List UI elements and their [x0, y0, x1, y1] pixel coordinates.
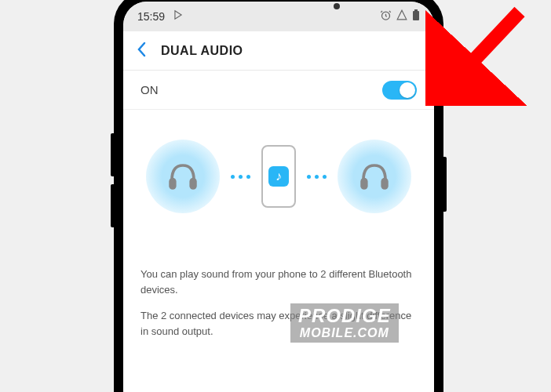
- volume-up-button: [111, 133, 114, 176]
- description-line-1: You can play sound from your phone to 2 …: [140, 267, 417, 297]
- page-title: DUAL AUDIO: [161, 44, 243, 58]
- svg-rect-6: [381, 178, 388, 190]
- toggle-label: ON: [140, 83, 159, 96]
- svg-rect-1: [413, 11, 419, 20]
- dual-audio-toggle-row: ON: [123, 71, 434, 110]
- volume-down-button: [111, 184, 114, 227]
- back-button[interactable]: [137, 42, 147, 60]
- watermark: PRODIGE MOBILE.COM: [290, 303, 399, 343]
- watermark-line-1: PRODIGE: [298, 306, 391, 326]
- toggle-knob: [400, 82, 415, 98]
- alarm-icon: [380, 9, 392, 24]
- watermark-line-2: MOBILE.COM: [298, 326, 391, 340]
- dual-audio-toggle[interactable]: [382, 81, 417, 100]
- illustration: ♪: [123, 110, 434, 243]
- status-bar: 15:59: [123, 2, 434, 31]
- phone-sensor: [334, 3, 340, 9]
- phone-illustration-icon: ♪: [261, 145, 296, 208]
- headphone-left-icon: [146, 140, 220, 213]
- play-store-icon: [173, 9, 184, 24]
- headphone-right-icon: [338, 140, 411, 213]
- connection-dots-right: [307, 175, 327, 179]
- power-button: [443, 157, 447, 212]
- page-header: DUAL AUDIO: [123, 31, 434, 71]
- svg-line-7: [457, 12, 520, 78]
- signal-icon: [396, 9, 407, 24]
- music-note-icon: ♪: [268, 166, 289, 187]
- svg-rect-5: [360, 178, 367, 190]
- status-time: 15:59: [137, 10, 165, 23]
- connection-dots-left: [231, 175, 250, 179]
- svg-rect-3: [169, 178, 176, 190]
- svg-rect-4: [189, 178, 196, 190]
- svg-rect-2: [414, 9, 418, 11]
- battery-icon: [412, 9, 420, 24]
